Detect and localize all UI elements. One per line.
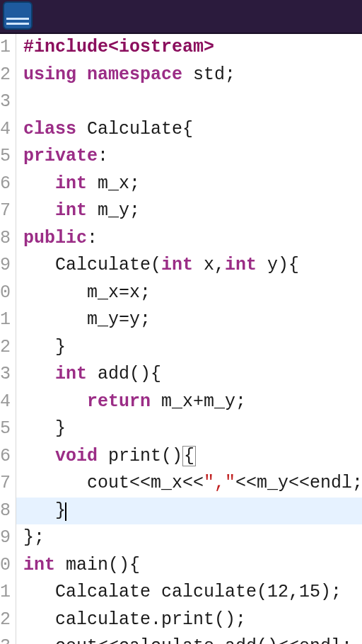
code-line[interactable]: }: [23, 415, 362, 443]
token-punc: x,: [193, 255, 225, 275]
code-line[interactable]: }: [23, 334, 362, 362]
code-line[interactable]: int m_x;: [23, 171, 362, 198]
code-area[interactable]: #include<iostream>using namespace std;cl…: [16, 34, 362, 644]
line-number: 0: [0, 280, 10, 307]
line-number: 0: [0, 552, 10, 580]
line-number: 7: [0, 197, 10, 225]
token-punc: [23, 173, 55, 194]
line-number: 2: [0, 62, 10, 89]
token-kw: class: [23, 119, 76, 139]
token-punc: std;: [182, 64, 235, 85]
code-line[interactable]: private:: [23, 143, 362, 171]
code-line[interactable]: int m_y;: [23, 197, 362, 225]
token-punc: cout<<m_x<<: [23, 473, 204, 493]
code-editor[interactable]: 12345678901234567890123 #include<iostrea…: [0, 34, 362, 644]
token-punc: [23, 364, 55, 384]
token-punc: [76, 64, 87, 85]
token-punc: Calculate(: [23, 255, 161, 275]
line-number: 8: [0, 225, 10, 253]
line-number: 3: [0, 88, 10, 116]
token-type: int: [55, 173, 87, 194]
file-tab-icon[interactable]: [3, 1, 33, 30]
code-line[interactable]: #include<iostream>: [23, 34, 362, 62]
token-punc: :: [98, 146, 108, 166]
token-type: int: [161, 255, 193, 275]
line-number: 2: [0, 334, 10, 362]
token-kw: public: [23, 228, 87, 248]
token-preproc: #include: [23, 37, 108, 57]
line-number: 6: [0, 171, 10, 198]
token-punc: m_y=y;: [23, 309, 151, 330]
token-include-path: <iostream>: [108, 37, 214, 57]
token-punc: [23, 200, 55, 221]
code-line[interactable]: int main(){: [23, 552, 362, 580]
token-kw: private: [23, 146, 98, 166]
token-str: ",": [204, 473, 235, 493]
code-line[interactable]: cout<<calculate.add()<<endl;: [23, 633, 362, 644]
line-number: 2: [0, 606, 10, 634]
line-number: 3: [0, 633, 10, 644]
token-punc: Calculate{: [76, 119, 193, 139]
code-line[interactable]: return m_x+m_y;: [23, 389, 362, 416]
token-punc: [23, 391, 87, 412]
token-punc: [23, 446, 55, 466]
token-punc: main(){: [55, 555, 140, 575]
code-line[interactable]: [23, 88, 362, 116]
token-punc: }: [23, 500, 66, 521]
code-line[interactable]: Calculate(int x,int y){: [23, 252, 362, 280]
token-punc: calculate.print();: [23, 609, 246, 630]
line-number: 6: [0, 443, 10, 471]
line-number: 8: [0, 498, 10, 525]
line-number: 1: [0, 306, 10, 334]
title-bar: [0, 0, 362, 34]
token-punc: m_y;: [87, 200, 140, 221]
token-type: int: [55, 200, 87, 221]
code-line[interactable]: public:: [23, 225, 362, 253]
code-line[interactable]: m_x=x;: [23, 280, 362, 307]
token-punc: }: [23, 418, 66, 439]
code-line[interactable]: void print(){: [23, 443, 362, 471]
code-line[interactable]: m_y=y;: [23, 306, 362, 334]
token-punc: y){: [257, 255, 299, 275]
line-number: 5: [0, 143, 10, 171]
code-line[interactable]: class Calculate{: [23, 116, 362, 144]
token-punc: };: [23, 527, 45, 548]
line-number: 9: [0, 252, 10, 280]
code-line[interactable]: cout<<m_x<<","<<m_y<<endl;: [23, 470, 362, 498]
token-punc: Calcalate calculate(12,15);: [23, 582, 341, 602]
token-punc: add(){: [87, 364, 161, 384]
text-cursor: [65, 502, 66, 521]
line-number: 4: [0, 389, 10, 416]
token-punc: m_x;: [87, 173, 140, 194]
token-kw: using: [23, 64, 76, 85]
line-number: 5: [0, 415, 10, 443]
line-number: 3: [0, 361, 10, 389]
code-line[interactable]: calculate.print();: [23, 606, 362, 634]
code-line[interactable]: };: [23, 524, 362, 552]
bracket-match-box: {: [182, 446, 196, 467]
token-punc: print(): [98, 446, 182, 466]
token-punc: m_x=x;: [23, 282, 151, 303]
token-kw: return: [87, 391, 151, 412]
token-punc: cout<<calculate.add()<<endl;: [23, 636, 352, 644]
code-line[interactable]: int add(){: [23, 361, 362, 389]
token-kw: namespace: [87, 64, 182, 85]
code-line[interactable]: using namespace std;: [23, 62, 362, 89]
token-punc: <<m_y<<endl;: [235, 473, 362, 493]
token-type: int: [23, 555, 55, 575]
line-number: 1: [0, 34, 10, 62]
line-number: 4: [0, 116, 10, 144]
token-punc: m_x+m_y;: [151, 391, 246, 412]
code-line[interactable]: Calcalate calculate(12,15);: [23, 579, 362, 606]
line-number: 9: [0, 524, 10, 552]
token-punc: :: [87, 228, 98, 248]
token-punc: }: [23, 337, 66, 357]
token-type: int: [225, 255, 257, 275]
line-number-gutter: 12345678901234567890123: [0, 34, 16, 644]
line-number: 1: [0, 579, 10, 606]
token-type: int: [55, 364, 87, 384]
code-line[interactable]: }: [23, 498, 362, 525]
token-type: void: [55, 446, 98, 466]
line-number: 7: [0, 470, 10, 498]
